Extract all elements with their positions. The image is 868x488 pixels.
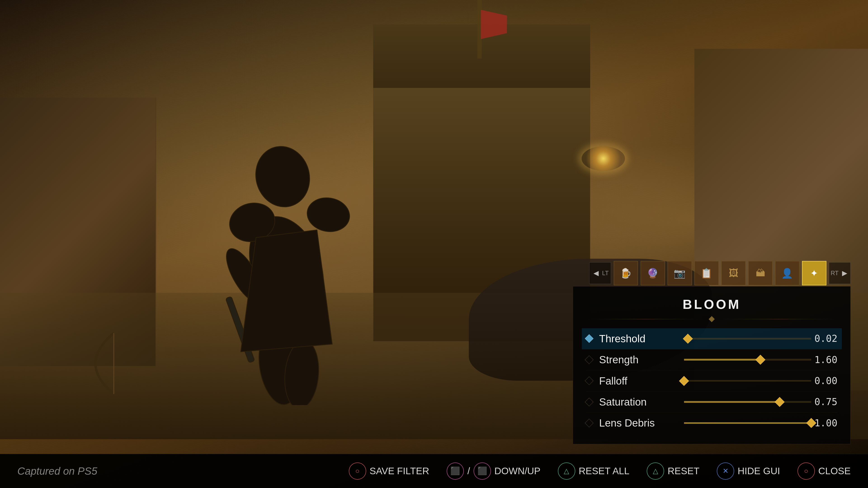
setting-row-lens-debris[interactable]: Lens Debris 1.00 — [586, 413, 837, 433]
control-close[interactable]: ○ CLOSE — [798, 462, 850, 480]
setting-value-strength: 1.60 — [811, 354, 837, 365]
tab-icon-0[interactable]: 🍺 — [614, 261, 638, 285]
setting-indicator-falloff — [585, 377, 593, 385]
down-up-label: DOWN/UP — [494, 466, 540, 477]
down-up-icon-2: ⬛ — [473, 462, 491, 480]
player-character — [191, 24, 382, 405]
reset-icon: △ — [647, 462, 664, 480]
setting-indicator-strength — [585, 355, 593, 364]
control-save-filter[interactable]: ○ SAVE FILTER — [349, 462, 429, 480]
slider-thumb-saturation — [775, 397, 784, 407]
svg-point-4 — [305, 195, 352, 235]
slider-thumb-strength — [755, 355, 765, 364]
slider-lens-debris[interactable] — [684, 422, 811, 424]
hud-panel: ◄ LT 🍺 🔮 📷 📋 🖼 🏔 👤 ✦ RT ► BLOOM — [573, 261, 850, 444]
bow-weapon — [43, 327, 148, 400]
captured-on-label: Captured on PS5 — [18, 465, 97, 477]
slider-fill-strength — [684, 359, 761, 361]
hide-gui-label: HIDE GUI — [738, 466, 780, 477]
slider-track-threshold — [684, 338, 811, 339]
reset-all-label: RESET ALL — [579, 466, 629, 477]
reset-label: RESET — [668, 466, 700, 477]
nav-right-arrow[interactable]: RT ► — [829, 262, 850, 284]
slider-track-lens-debris — [684, 422, 811, 424]
slider-track-falloff — [684, 380, 811, 382]
bloom-panel-title: BLOOM — [586, 297, 837, 312]
tab-icon-6[interactable]: 👤 — [775, 261, 800, 285]
slider-fill-lens-debris — [684, 422, 811, 424]
slider-falloff[interactable] — [684, 380, 811, 382]
save-filter-icon: ○ — [349, 462, 366, 480]
tab-icon-5[interactable]: 🏔 — [748, 261, 773, 285]
tab-icon-7[interactable]: ✦ — [802, 261, 827, 285]
slider-track-saturation — [684, 401, 811, 403]
bottom-controls: ○ SAVE FILTER ⬛ / ⬛ DOWN/UP △ RESET ALL … — [349, 462, 850, 480]
control-reset[interactable]: △ RESET — [647, 462, 700, 480]
setting-row-threshold[interactable]: Threshold 0.02 — [582, 328, 842, 349]
setting-value-threshold: 0.02 — [811, 333, 837, 344]
svg-point-7 — [249, 140, 316, 213]
setting-row-saturation[interactable]: Saturation 0.75 — [586, 392, 837, 413]
control-reset-all[interactable]: △ RESET ALL — [558, 462, 629, 480]
setting-name-threshold: Threshold — [599, 332, 684, 345]
slider-thumb-threshold — [683, 334, 692, 344]
game-screen: ◄ LT 🍺 🔮 📷 📋 🖼 🏔 👤 ✦ RT ► BLOOM — [0, 0, 868, 488]
slider-saturation[interactable] — [684, 401, 811, 403]
close-label: CLOSE — [818, 466, 850, 477]
down-up-icon: ⬛ — [447, 462, 464, 480]
tab-icon-4[interactable]: 🖼 — [721, 261, 746, 285]
title-separator — [586, 317, 837, 321]
setting-value-saturation: 0.75 — [811, 396, 837, 408]
bottom-bar: Captured on PS5 ○ SAVE FILTER ⬛ / ⬛ DOWN… — [0, 454, 868, 488]
reset-all-icon: △ — [558, 462, 575, 480]
setting-name-strength: Strength — [599, 354, 684, 366]
bloom-settings-panel: BLOOM Threshold 0.02 Strength — [573, 286, 850, 444]
close-icon: ○ — [798, 462, 815, 480]
separator-diamond — [709, 316, 715, 322]
torch-glow — [582, 147, 625, 171]
setting-name-lens-debris: Lens Debris — [599, 417, 684, 429]
setting-indicator-lens-debris — [585, 419, 593, 427]
nav-left-arrow[interactable]: ◄ LT — [589, 262, 611, 284]
tab-icon-2[interactable]: 📷 — [668, 261, 692, 285]
slider-threshold[interactable] — [684, 338, 811, 339]
setting-name-falloff: Falloff — [599, 375, 684, 387]
slider-track-strength — [684, 359, 811, 361]
hide-gui-icon: ✕ — [717, 462, 734, 480]
slider-fill-saturation — [684, 401, 779, 403]
setting-name-saturation: Saturation — [599, 396, 684, 408]
slider-strength[interactable] — [684, 359, 811, 361]
tab-icon-1[interactable]: 🔮 — [641, 261, 665, 285]
setting-indicator-saturation — [585, 398, 593, 406]
setting-row-falloff[interactable]: Falloff 0.00 — [586, 370, 837, 391]
setting-row-strength[interactable]: Strength 1.60 — [586, 349, 837, 370]
setting-indicator-threshold — [585, 334, 593, 343]
save-filter-label: SAVE FILTER — [370, 466, 429, 477]
setting-value-falloff: 0.00 — [811, 375, 837, 386]
svg-marker-8 — [241, 230, 332, 352]
control-hide-gui[interactable]: ✕ HIDE GUI — [717, 462, 780, 480]
control-down-up[interactable]: ⬛ / ⬛ DOWN/UP — [447, 462, 541, 480]
down-up-slash: / — [467, 466, 470, 477]
tab-icon-3[interactable]: 📋 — [694, 261, 719, 285]
tab-icons-row: ◄ LT 🍺 🔮 📷 📋 🖼 🏔 👤 ✦ RT ► — [573, 261, 850, 285]
